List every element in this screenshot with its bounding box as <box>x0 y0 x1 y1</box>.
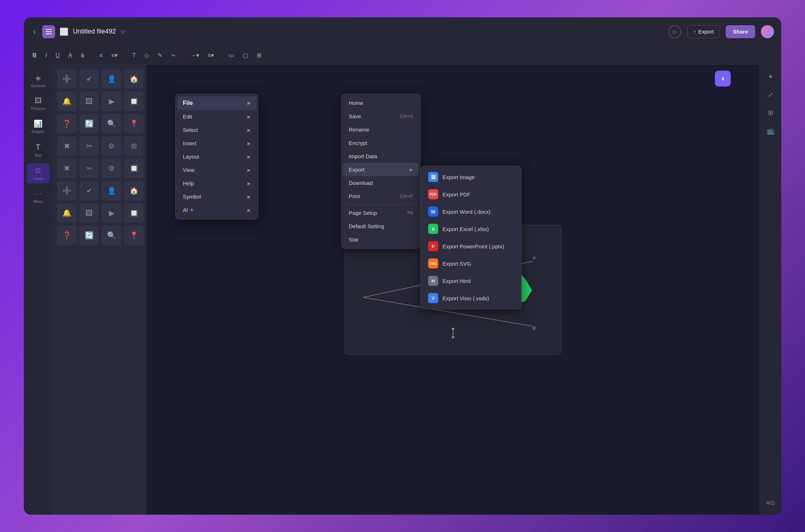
icon-cell-play2[interactable]: ▶ <box>102 203 121 223</box>
icon-cell-x[interactable]: ✖ <box>57 136 76 156</box>
icon-cell-user2[interactable]: 👤 <box>102 181 121 200</box>
hamburger-menu-button[interactable] <box>42 25 55 38</box>
sidebar-item-icons[interactable]: ⊙ Icons <box>27 163 50 183</box>
icon-cell-image[interactable]: 🖼 <box>79 92 99 111</box>
export-svg-item[interactable]: SVG Export SVG <box>422 255 520 272</box>
icon-cell-refresh[interactable]: 🔄 <box>79 114 99 133</box>
menu-view[interactable]: View ▶ <box>177 163 256 177</box>
submenu-rename[interactable]: Rename <box>343 123 419 136</box>
sidebar-item-text[interactable]: T Text <box>27 139 50 160</box>
sidebar-item-pictures[interactable]: 🖼 Pictures <box>27 94 50 114</box>
right-settings-button[interactable]: ≡⊙ <box>764 497 778 509</box>
export-visio-item[interactable]: V Export Visio (.vsdx) <box>422 289 520 307</box>
submenu-download[interactable]: Download <box>343 176 419 190</box>
icon-cell-bell[interactable]: 🔔 <box>57 92 76 111</box>
export-word-item[interactable]: W Export Word (.docx) <box>422 203 520 220</box>
export-button[interactable]: ↑ Export <box>687 25 720 38</box>
export-pdf-icon: PDF <box>428 189 438 199</box>
icon-cell-house2[interactable]: 🏠 <box>124 181 144 200</box>
menu-insert[interactable]: Insert ▶ <box>177 137 256 150</box>
share-button[interactable]: Share <box>726 25 755 38</box>
icon-cell-location[interactable]: 📍 <box>124 114 144 133</box>
pictures-icon: 🖼 <box>35 97 42 105</box>
submenu-page-setup[interactable]: Page Setup F6 <box>343 206 419 220</box>
export-image-item[interactable]: 🖼 Export Image <box>422 168 520 186</box>
icon-cell-gear[interactable]: ⚙ <box>102 136 121 156</box>
toolbar-divider-2 <box>125 51 125 60</box>
icon-cell-question[interactable]: ❓ <box>57 114 76 133</box>
submenu-print[interactable]: Print Ctrl+P <box>343 190 419 203</box>
back-button[interactable]: ‹ <box>31 25 38 39</box>
pen-button[interactable]: ✎ <box>155 50 165 60</box>
export-excel-item[interactable]: X Export Excel (.xlsx) <box>422 220 520 238</box>
menu-symbol[interactable]: Symbol ▶ <box>177 190 256 203</box>
icon-cell-check[interactable]: ✔ <box>79 69 99 89</box>
icon-cell-settings[interactable]: ⚙ <box>102 159 121 178</box>
arrow-button[interactable]: →▾ <box>188 50 202 60</box>
rect2-button[interactable]: ▢ <box>240 50 251 60</box>
icon-cell-grid[interactable]: ⊞ <box>124 136 144 156</box>
menu-file-header[interactable]: File ▶ <box>177 96 256 110</box>
icon-cell-cut[interactable]: ✂ <box>79 159 99 178</box>
export-pdf-item[interactable]: PDF Export PDF <box>422 186 520 203</box>
export-html-icon: H <box>428 276 438 286</box>
star-icon[interactable]: ☆ <box>120 28 126 36</box>
export-html-item[interactable]: H Export Html <box>422 272 520 289</box>
menu-layout[interactable]: Layout ▶ <box>177 150 256 163</box>
bold-button[interactable]: B <box>30 51 40 60</box>
icon-cell-srch2[interactable]: 🔍 <box>102 226 121 245</box>
menu-ai[interactable]: AI ✦ ▶ <box>177 203 256 217</box>
align-button[interactable]: ≡ <box>96 51 105 60</box>
text-button[interactable]: T <box>129 51 139 60</box>
icon-cell-ref2[interactable]: 🔄 <box>79 226 99 245</box>
line-style-button[interactable]: ≡▾ <box>205 50 217 60</box>
italic-button[interactable]: I <box>43 51 50 60</box>
underline-button[interactable]: U <box>53 51 63 60</box>
submenu-default-setting[interactable]: Default Setting <box>343 220 419 233</box>
submenu-encrypt[interactable]: Encrypt <box>343 136 419 150</box>
submenu-save[interactable]: Save Ctrl+S <box>343 110 419 123</box>
icon-cell-scissors[interactable]: ✂ <box>79 136 99 156</box>
menu-edit[interactable]: Edit ▶ <box>177 110 256 123</box>
icon-cell-bell2[interactable]: 🔔 <box>57 203 76 223</box>
right-sparkle-button[interactable]: ✦ <box>766 71 775 83</box>
icon-cell-plus2[interactable]: ➕ <box>57 181 76 200</box>
right-grid-button[interactable]: ⊞ <box>766 107 775 119</box>
menu-select[interactable]: Select ▶ <box>177 123 256 137</box>
play-button[interactable]: ▷ <box>668 25 681 38</box>
align-more-button[interactable]: ≡▾ <box>109 50 120 60</box>
sidebar-item-graphs[interactable]: 📊 Graphs <box>27 116 50 137</box>
right-present-button[interactable]: 📺 <box>765 125 777 137</box>
submenu-star[interactable]: Star <box>343 233 419 246</box>
file-main-menu: File ▶ Edit ▶ Select ▶ Insert ▶ <box>175 94 258 220</box>
sidebar-item-symbols[interactable]: ◈ Symbols <box>27 71 50 91</box>
icon-cell-x2[interactable]: ✖ <box>57 159 76 178</box>
icon-cell-person[interactable]: 👤 <box>102 69 121 89</box>
icon-cell-box2[interactable]: 🔲 <box>124 203 144 223</box>
icon-cell-home[interactable]: 🏠 <box>124 69 144 89</box>
shape-button[interactable]: ◇ <box>142 50 152 60</box>
ai-badge[interactable]: II <box>715 71 731 87</box>
export-ppt-item[interactable]: P Export PowerPoint (.pptx) <box>422 238 520 255</box>
strikethrough-button[interactable]: S̶ <box>78 51 87 60</box>
icon-cell-rect[interactable]: 🔲 <box>124 92 144 111</box>
right-crop-button[interactable]: ⤢ <box>766 89 775 101</box>
submenu-home[interactable]: Home <box>343 96 419 110</box>
rect-button[interactable]: ▭ <box>226 50 237 60</box>
icon-cell-search[interactable]: 🔍 <box>102 114 121 133</box>
sidebar-item-more[interactable]: ⋯ More <box>27 186 50 207</box>
icon-cell-q2[interactable]: ❓ <box>57 226 76 245</box>
icon-cell-play[interactable]: ▶ <box>102 92 121 111</box>
menu-help[interactable]: Help ▶ <box>177 177 256 190</box>
icon-cell-add[interactable]: ➕ <box>57 69 76 89</box>
connector-button[interactable]: ⤷ <box>168 50 179 60</box>
distribute-button[interactable]: ⊞ <box>254 50 264 60</box>
font-color-button[interactable]: A <box>66 51 75 60</box>
submenu-import-data[interactable]: Import Data <box>343 150 419 163</box>
canvas-area[interactable]: A' B' II <box>146 65 760 515</box>
icon-cell-box[interactable]: 🔲 <box>124 159 144 178</box>
icon-cell-img2[interactable]: 🖼 <box>79 203 99 223</box>
submenu-export[interactable]: Export ▶ <box>343 163 419 176</box>
icon-cell-check2[interactable]: ✔ <box>79 181 99 200</box>
icon-cell-pin2[interactable]: 📍 <box>124 226 144 245</box>
